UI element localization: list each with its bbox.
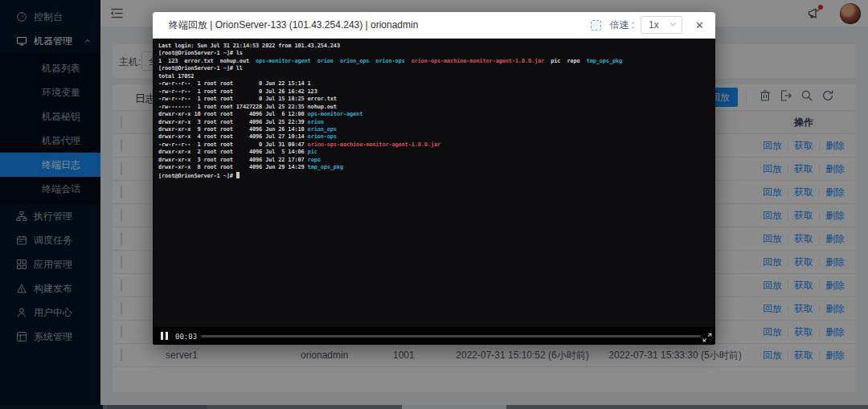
terminal-cursor (236, 172, 240, 178)
pause-button[interactable] (161, 332, 168, 340)
terminal-line: Last login: Sun Jul 31 21:14:53 2022 fro… (158, 43, 712, 50)
terminal-line: [root@OrionServer-1 ~]# ll (158, 65, 712, 72)
terminal-output: Last login: Sun Jul 31 21:14:53 2022 fro… (153, 39, 715, 327)
terminal-line: -rw-r--r-- 1 root root 0 Jul 26 16:42 12… (158, 88, 712, 96)
fullscreen-icon[interactable] (702, 331, 712, 341)
terminal-line: [root@OrionServer-1 ~]# ls (158, 50, 712, 57)
speed-label: 倍速 : (609, 18, 634, 32)
terminal-line: drwxr-xr-x 4 root root 4096 Jul 27 19:14… (158, 133, 712, 141)
modal-header-controls: 倍速 : 1x ✕ (591, 16, 704, 34)
terminal-line: drwxr-xr-x 8 root root 4096 Jun 29 14:29… (158, 164, 712, 171)
close-icon[interactable]: ✕ (695, 20, 704, 31)
terminal-replay-modal: 终端回放 | OrionServer-133 (101.43.254.243) … (153, 12, 715, 345)
terminal-line: drwxr-xr-x 3 root root 4096 Jul 22 17:07… (158, 157, 712, 164)
terminal-settings-icon[interactable] (591, 20, 601, 31)
replay-player: 00:03 (153, 327, 715, 345)
chevron-down-icon (669, 19, 677, 31)
player-time: 00:03 (175, 333, 197, 341)
terminal-line: 1 123 error.txt nohup.out ops-monitor-ag… (158, 58, 712, 65)
modal-header: 终端回放 | OrionServer-133 (101.43.254.243) … (153, 12, 715, 39)
terminal-line: drwxr-xr-x 3 root root 4096 Jul 25 22:39… (158, 119, 712, 126)
progress-bar[interactable] (201, 335, 701, 337)
taskbar-strip (0, 405, 868, 409)
terminal-line: drwxr-xr-x 2 root root 4096 Jul 5 14:06 … (158, 149, 712, 156)
terminal-line: -rw-r--r-- 1 root root 0 Jul 31 00:47 or… (158, 141, 712, 149)
speed-select[interactable]: 1x (641, 16, 682, 34)
speed-value: 1x (649, 19, 659, 31)
modal-title: 终端回放 | OrionServer-133 (101.43.254.243) … (169, 18, 418, 32)
terminal-line: -rw------- 1 root root 17427228 Jul 25 2… (158, 104, 712, 111)
terminal-line: -rw-r--r-- 1 root root 0 Jul 15 18:25 er… (158, 96, 712, 103)
terminal-line: total 17052 (158, 73, 712, 80)
screen: 控制台机器管理机器列表环境变量机器秘钥机器代理终端日志终端会话执行管理调度任务应… (0, 0, 868, 409)
terminal-line: drwxr-xr-x 9 root root 4096 Jun 26 14:10… (158, 126, 712, 133)
terminal-line: -rw-r--r-- 1 root root 0 Jun 22 15:14 1 (158, 80, 712, 88)
terminal-line: drwxr-xr-x 10 root root 4096 Jul 6 12:00… (158, 111, 712, 118)
terminal-line: [root@OrionServer-1 ~]# (158, 172, 712, 180)
